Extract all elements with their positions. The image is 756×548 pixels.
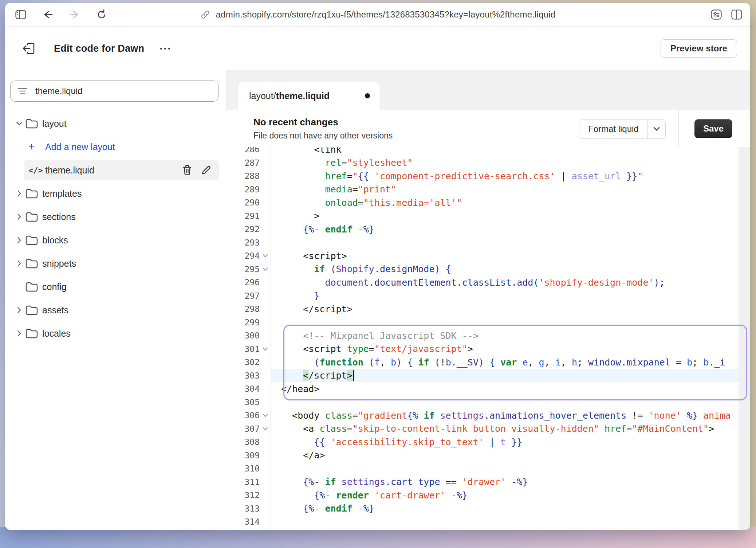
- code-text: [271, 236, 739, 250]
- code-line-298[interactable]: 298 </script>: [226, 302, 750, 316]
- line-number: 292: [226, 224, 260, 234]
- code-text: [271, 316, 739, 329]
- chevron-right-icon[interactable]: [13, 237, 25, 243]
- code-line-305[interactable]: 305: [226, 396, 750, 409]
- chevron-down-icon[interactable]: [13, 121, 25, 126]
- file-search[interactable]: [10, 81, 218, 102]
- sidebar-item-label: locales: [42, 328, 71, 339]
- sidebar-item-snippets[interactable]: snippets: [5, 253, 226, 274]
- code-line-296[interactable]: 296 document.documentElement.classList.a…: [226, 276, 750, 289]
- line-number: 297: [226, 291, 260, 301]
- chevron-right-icon[interactable]: [13, 190, 25, 197]
- unsaved-changes-dot: [365, 93, 370, 98]
- split-view-icon[interactable]: [731, 9, 742, 20]
- code-line-288[interactable]: 288 href="{{ 'component-predictive-searc…: [226, 169, 750, 183]
- address-bar[interactable]: admin.shopify.com/store/rzq1xu-f5/themes…: [200, 3, 556, 26]
- code-line-310[interactable]: 310: [226, 462, 750, 475]
- sidebar-item-templates[interactable]: templates: [5, 183, 226, 204]
- code-line-312[interactable]: 312 {%- render 'cart-drawer' -%}: [226, 489, 750, 502]
- preview-store-button[interactable]: Preview store: [661, 39, 737, 58]
- fold-chevron-icon[interactable]: [260, 254, 271, 258]
- code-line-290[interactable]: 290 onload="this.media='all'": [226, 196, 750, 210]
- code-line-315[interactable]: 315 {% sections 'header-group' %}: [226, 529, 750, 530]
- line-number: 302: [226, 357, 260, 367]
- line-number: 306: [226, 411, 260, 420]
- code-line-311[interactable]: 311 {%- if settings.cart_type == 'drawer…: [226, 475, 750, 489]
- code-line-287[interactable]: 287 rel="stylesheet": [226, 156, 750, 170]
- line-number: 303: [226, 371, 260, 380]
- page-settings-icon[interactable]: [711, 9, 722, 20]
- code-line-309[interactable]: 309 </a>: [226, 449, 750, 462]
- code-line-294[interactable]: 294 <script>: [226, 249, 750, 263]
- line-number: 311: [226, 477, 260, 487]
- fold-chevron-icon[interactable]: [260, 427, 271, 431]
- search-input[interactable]: [35, 86, 211, 97]
- sidebar-item-theme-liquid[interactable]: </>theme.liquid: [24, 160, 219, 180]
- code-line-302[interactable]: 302 (function (f, b) { if (!b.__SV) { va…: [226, 356, 750, 369]
- code-line-297[interactable]: 297 }: [226, 289, 750, 303]
- code-text: <script>: [271, 249, 739, 263]
- code-line-289[interactable]: 289 media="print": [226, 183, 750, 196]
- code-line-301[interactable]: 301 <script type="text/javascript">: [226, 342, 750, 356]
- chevron-right-icon[interactable]: [13, 307, 25, 313]
- format-liquid-button[interactable]: Format liquid: [579, 119, 666, 139]
- code-line-295[interactable]: 295 if (Shopify.designMode) {: [226, 263, 750, 276]
- more-actions-icon[interactable]: [160, 48, 170, 50]
- code-line-313[interactable]: 313 {%- endif -%}: [226, 502, 750, 516]
- fold-chevron-icon[interactable]: [260, 267, 271, 271]
- sidebar-item-config[interactable]: config: [5, 277, 226, 297]
- tab-theme-liquid[interactable]: layout/theme.liquid: [238, 82, 379, 110]
- sidebar-item-blocks[interactable]: blocks: [5, 230, 226, 250]
- code-line-314[interactable]: 314: [226, 515, 750, 529]
- code-text: </a>: [271, 449, 739, 462]
- sidebar-item-assets[interactable]: assets: [5, 300, 226, 320]
- line-number: 289: [226, 185, 260, 194]
- sidebar-item-sections[interactable]: sections: [5, 207, 226, 227]
- code-line-293[interactable]: 293: [226, 236, 750, 250]
- chevron-right-icon[interactable]: [13, 214, 25, 220]
- line-number: 314: [226, 517, 260, 527]
- code-line-308[interactable]: 308 {{ 'accessibility.skip_to_text' | t …: [226, 435, 750, 449]
- folder-icon: [25, 328, 42, 338]
- chevron-right-icon[interactable]: [13, 330, 25, 337]
- code-text: <a class="skip-to-content-link button vi…: [271, 422, 739, 436]
- reload-icon[interactable]: [96, 9, 107, 20]
- delete-file-icon[interactable]: [182, 165, 192, 176]
- line-number: 307: [226, 424, 260, 434]
- fold-chevron-icon[interactable]: [260, 347, 271, 351]
- chevron-down-icon[interactable]: [647, 120, 665, 138]
- desktop-background: admin.shopify.com/store/rzq1xu-f5/themes…: [0, 0, 756, 548]
- exit-editor-icon[interactable]: [23, 42, 35, 55]
- code-area[interactable]: 286 <link287 rel="stylesheet"288 href="{…: [226, 147, 750, 530]
- save-button[interactable]: Save: [694, 119, 732, 138]
- sidebar-item-layout[interactable]: layout: [5, 113, 226, 134]
- sidebar-item-add-a-new-layout[interactable]: +Add a new layout: [5, 137, 226, 157]
- back-icon[interactable]: [42, 9, 53, 20]
- code-line-307[interactable]: 307 <a class="skip-to-content-link butto…: [226, 422, 750, 436]
- code-text: [271, 396, 739, 409]
- chevron-right-icon[interactable]: [13, 260, 25, 267]
- edit-file-icon[interactable]: [201, 165, 211, 175]
- code-text: </script>: [271, 369, 739, 383]
- line-number: 304: [226, 384, 260, 394]
- infobar-divider: [678, 110, 679, 147]
- fold-chevron-icon[interactable]: [260, 414, 271, 417]
- sidebar-toggle-icon[interactable]: [15, 9, 26, 20]
- sidebar-item-label: Add a new layout: [45, 142, 115, 152]
- sidebar-item-label: layout: [42, 118, 67, 129]
- format-liquid-label: Format liquid: [579, 120, 647, 138]
- forward-icon[interactable]: [69, 9, 80, 20]
- code-text: {% sections 'header-group' %}: [271, 529, 739, 530]
- code-line-299[interactable]: 299: [226, 316, 750, 329]
- code-line-291[interactable]: 291 >: [226, 210, 750, 223]
- text-cursor: [353, 370, 354, 381]
- code-line-300[interactable]: 300 <!-- Mixpanel Javascript SDK -->: [226, 329, 750, 342]
- code-line-292[interactable]: 292 {%- endif -%}: [226, 223, 750, 236]
- code-line-286[interactable]: 286 <link: [226, 147, 750, 156]
- code-line-304[interactable]: 304</head>: [226, 382, 750, 396]
- code-line-303[interactable]: 303 </script>: [226, 369, 750, 383]
- code-line-306[interactable]: 306 <body class="gradient{% if settings.…: [226, 409, 750, 422]
- code-file-icon: </>: [28, 166, 45, 175]
- sidebar-item-locales[interactable]: locales: [5, 323, 226, 344]
- folder-icon: [25, 118, 42, 129]
